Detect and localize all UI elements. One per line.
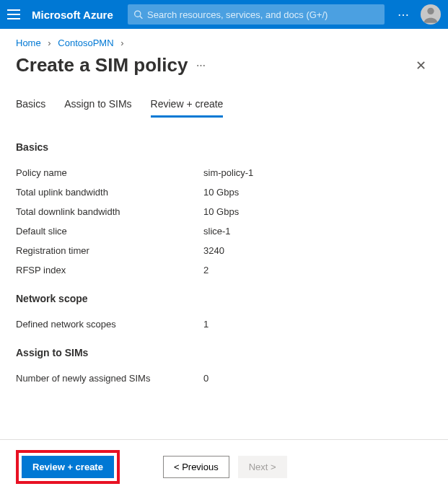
field-uplink: Total uplink bandwidth 10 Gbps	[16, 182, 432, 202]
scopes-value: 1	[203, 319, 208, 330]
policy-name-value: sim-policy-1	[203, 167, 253, 178]
next-button: Next >	[238, 456, 287, 478]
rfsp-label: RFSP index	[16, 265, 203, 275]
chevron-right-icon: ›	[48, 38, 50, 48]
section-assign-title: Assign to SIMs	[16, 347, 432, 358]
svg-point-2	[427, 8, 434, 14]
tab-review-create[interactable]: Review + create	[151, 94, 224, 118]
tab-basics[interactable]: Basics	[16, 94, 45, 118]
downlink-label: Total downlink bandwidth	[16, 206, 203, 217]
field-rfsp: RFSP index 2	[16, 260, 432, 280]
tab-assign-to-sims[interactable]: Assign to SIMs	[64, 94, 131, 118]
search-icon	[133, 9, 143, 19]
field-downlink: Total downlink bandwidth 10 Gbps	[16, 202, 432, 221]
slice-label: Default slice	[16, 226, 203, 237]
page-header: Create a SIM policy ⋯ ✕	[0, 51, 448, 87]
chevron-right-icon: ›	[120, 38, 123, 48]
field-slice: Default slice slice-1	[16, 221, 432, 241]
page-title: Create a SIM policy	[16, 54, 188, 76]
brand-label[interactable]: Microsoft Azure	[32, 9, 113, 21]
uplink-value: 10 Gbps	[203, 187, 239, 198]
more-icon[interactable]: ⋯	[398, 8, 410, 22]
previous-button[interactable]: < Previous	[163, 456, 229, 478]
breadcrumb-home[interactable]: Home	[16, 38, 41, 48]
svg-point-0	[134, 11, 140, 17]
menu-icon[interactable]	[7, 7, 22, 22]
highlight-box: Review + create	[16, 450, 120, 484]
page-actions-icon[interactable]: ⋯	[196, 60, 207, 71]
reg-timer-label: Registration timer	[16, 245, 203, 256]
scopes-label: Defined network scopes	[16, 319, 203, 330]
search-input-wrapper[interactable]	[128, 4, 385, 25]
close-icon[interactable]: ✕	[410, 55, 432, 76]
field-reg-timer: Registration timer 3240	[16, 241, 432, 260]
svg-line-1	[140, 16, 142, 18]
search-input[interactable]	[147, 9, 379, 20]
downlink-value: 10 Gbps	[203, 206, 239, 217]
top-bar: Microsoft Azure ⋯	[0, 0, 448, 29]
review-content: Basics Policy name sim-policy-1 Total up…	[0, 118, 448, 388]
breadcrumb: Home › ContosoPMN ›	[0, 29, 448, 51]
slice-value: slice-1	[203, 226, 231, 237]
tabs: Basics Assign to SIMs Review + create	[0, 87, 448, 118]
breadcrumb-resource[interactable]: ContosoPMN	[58, 38, 113, 48]
field-policy-name: Policy name sim-policy-1	[16, 163, 432, 182]
reg-timer-value: 3240	[203, 245, 224, 256]
rfsp-value: 2	[203, 265, 208, 275]
section-network-title: Network scope	[16, 293, 432, 304]
wizard-footer: Review + create < Previous Next >	[0, 439, 448, 494]
review-create-button[interactable]: Review + create	[22, 456, 114, 478]
policy-name-label: Policy name	[16, 167, 203, 178]
avatar[interactable]	[421, 4, 441, 25]
uplink-label: Total uplink bandwidth	[16, 187, 203, 198]
field-sims-count: Number of newly assigned SIMs 0	[16, 369, 432, 388]
sims-label: Number of newly assigned SIMs	[16, 373, 203, 384]
field-scopes: Defined network scopes 1	[16, 314, 432, 334]
sims-value: 0	[203, 373, 208, 384]
section-basics-title: Basics	[16, 141, 432, 153]
